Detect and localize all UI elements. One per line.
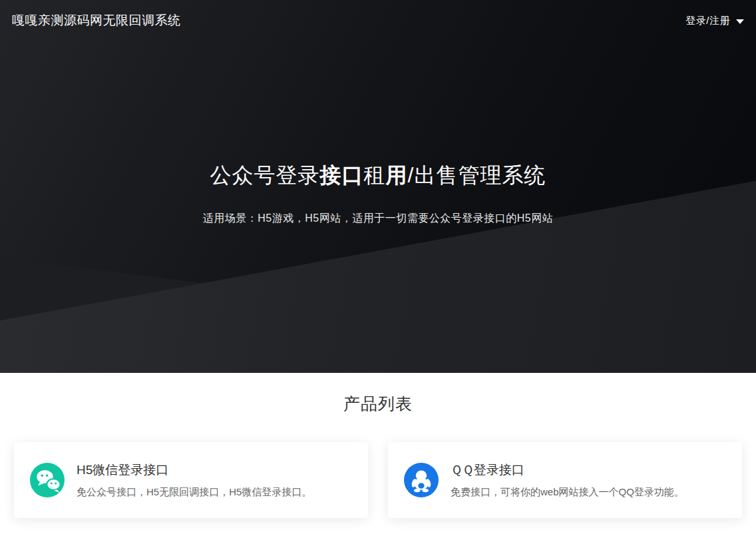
product-card-list: H5微信登录接口 免公众号接口，H5无限回调接口，H5微信登录接口。 ＱＱ登录接… [0, 442, 756, 518]
hero-title-segment: 公众号登录 [210, 163, 320, 187]
card-description: 免费接口，可将你的web网站接入一个QQ登录功能。 [451, 486, 684, 499]
hero-section: 嘎嘎亲测源码网无限回调系统 登录/注册 公众号登录接口租用/出售管理系统 适用场… [0, 0, 756, 373]
card-title: H5微信登录接口 [77, 461, 311, 479]
hero-title-segment: 租 [364, 163, 386, 187]
products-heading: 产品列表 [0, 392, 756, 415]
hero-title-segment: /出售管理系统 [408, 163, 546, 187]
chevron-down-icon [736, 19, 744, 24]
card-body: H5微信登录接口 免公众号接口，H5无限回调接口，H5微信登录接口。 [77, 461, 311, 499]
card-title: ＱＱ登录接口 [451, 461, 684, 479]
wechat-icon [30, 463, 65, 497]
hero-title: 公众号登录接口租用/出售管理系统 [0, 162, 756, 190]
top-navbar: 嘎嘎亲测源码网无限回调系统 登录/注册 [0, 0, 756, 41]
hero-subtitle: 适用场景：H5游戏，H5网站，适用于一切需要公众号登录接口的H5网站 [0, 212, 756, 226]
login-register-dropdown[interactable]: 登录/注册 [685, 15, 744, 27]
hero-title-segment: 接口 [320, 163, 364, 187]
products-section: 产品列表 H5微信登录接口 免公众号接口，H5无限回调接口，H5微信登录接口。 [0, 373, 756, 518]
product-card-qq[interactable]: ＱＱ登录接口 免费接口，可将你的web网站接入一个QQ登录功能。 [388, 442, 742, 518]
card-description: 免公众号接口，H5无限回调接口，H5微信登录接口。 [77, 486, 311, 499]
hero-title-segment: 用 [386, 163, 408, 187]
qq-icon [404, 463, 439, 497]
card-body: ＱＱ登录接口 免费接口，可将你的web网站接入一个QQ登录功能。 [451, 461, 684, 499]
site-brand[interactable]: 嘎嘎亲测源码网无限回调系统 [12, 12, 181, 29]
login-register-label: 登录/注册 [685, 15, 730, 27]
product-card-wechat[interactable]: H5微信登录接口 免公众号接口，H5无限回调接口，H5微信登录接口。 [14, 442, 368, 518]
